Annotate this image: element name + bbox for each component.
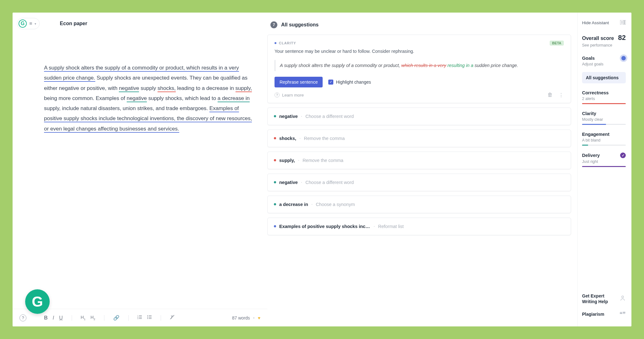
editor-toolbar: ? B I U H1 H2 🔗 123 T: [13, 309, 267, 326]
assistant-column: Hide Assistant Overall score 82 See perf…: [577, 13, 631, 326]
suggestion-hint: Choose a different word: [305, 114, 354, 119]
toolbar-separator: [161, 315, 161, 321]
dim-engagement[interactable]: Engagement: [582, 132, 626, 137]
dim-correctness[interactable]: Correctness: [582, 90, 626, 95]
app-window: G ≡ ▾ Econ paper A supply shock alters t…: [13, 13, 631, 326]
hide-assistant-button[interactable]: Hide Assistant: [582, 20, 609, 25]
score-value: 82: [618, 34, 626, 42]
grammarly-logo-icon: G: [19, 19, 27, 28]
suggestion-hint: Reformat list: [378, 224, 403, 229]
toolbar-separator: [104, 315, 104, 321]
editor-column: G ≡ ▾ Econ paper A supply shock alters t…: [13, 13, 267, 326]
category-dot-icon: [274, 181, 276, 183]
underline-button[interactable]: U: [59, 315, 63, 321]
category-dot-icon: [274, 225, 276, 227]
editor-text: supply shocks, which lead to: [147, 95, 218, 101]
editor-text: supply, include natural disasters, union…: [44, 105, 209, 111]
suggestion-term: supply,: [279, 158, 295, 163]
see-performance-link[interactable]: See performance: [582, 43, 626, 47]
svg-rect-18: [625, 20, 626, 25]
removed-text: which results in a very: [401, 63, 446, 68]
svg-point-9: [147, 315, 148, 316]
chevron-down-icon: ▾: [35, 22, 36, 25]
suggestion-term: negative: [279, 114, 298, 119]
engagement-bar: [582, 145, 588, 146]
suggestion-hint: Choose a synonym: [316, 202, 355, 207]
suggestions-title: All suggestions: [281, 22, 319, 28]
grammarly-fab[interactable]: G: [25, 289, 50, 314]
editor-text: being more common. Examples of: [44, 95, 127, 101]
h2-button[interactable]: H2: [91, 315, 95, 321]
suggestion-term: Examples of positive supply shocks inclu…: [279, 224, 370, 229]
suggestion-card-expanded[interactable]: CLARITY BETA Your sentence may be unclea…: [267, 35, 571, 103]
svg-point-11: [147, 318, 148, 319]
category-dot-icon: [274, 159, 276, 161]
suggestions-column: 7 All suggestions CLARITY BETA Your sent…: [267, 13, 577, 326]
suggestion-card[interactable]: supply, · Remove the comma: [267, 152, 571, 169]
plagiarism-link[interactable]: Plagiarism ❝❞: [582, 308, 626, 321]
word-highlight-shocks[interactable]: shocks,: [158, 85, 176, 92]
trash-icon[interactable]: 🗑: [547, 92, 553, 98]
link-button[interactable]: 🔗: [113, 315, 119, 321]
goals-section[interactable]: Goals: [582, 56, 626, 61]
category-dot-icon: [274, 137, 276, 139]
suggestion-card[interactable]: a decrease in · Choose a synonym: [267, 196, 571, 213]
italic-button[interactable]: I: [53, 315, 54, 321]
clear-formatting-button[interactable]: T: [170, 315, 175, 321]
editor-header: G ≡ ▾ Econ paper: [13, 13, 267, 35]
correctness-bar: [582, 103, 626, 104]
suggestions-count-badge: 7: [270, 21, 277, 28]
editor-text: supply: [139, 85, 158, 91]
suggestion-hint: Remove the comma: [304, 136, 345, 141]
menu-icon: ≡: [29, 21, 32, 26]
bold-button[interactable]: B: [44, 315, 48, 321]
checkbox-checked-icon: ✓: [328, 80, 333, 85]
svg-text:T: T: [170, 315, 173, 320]
h1-button[interactable]: H1: [81, 315, 86, 321]
editor-text: leading to a decrease in: [176, 85, 236, 91]
more-icon[interactable]: ⋮: [558, 92, 564, 98]
suggestion-card[interactable]: negative · Choose a different word: [267, 108, 571, 125]
toolbar-separator: [128, 315, 129, 321]
question-icon: ?: [275, 92, 280, 97]
collapse-icon[interactable]: [620, 20, 626, 25]
suggestion-term: a decrease in: [279, 202, 308, 207]
suggestion-description: Your sentence may be unclear or hard to …: [275, 48, 564, 55]
category-dot-icon: [274, 115, 276, 117]
svg-point-19: [622, 296, 624, 298]
all-suggestions-filter[interactable]: All suggestions: [582, 72, 626, 83]
numbered-list-button[interactable]: 123: [137, 315, 142, 321]
heart-icon[interactable]: ♥: [258, 315, 260, 320]
overall-score[interactable]: Overall score 82: [582, 34, 626, 42]
word-highlight-negative[interactable]: negative: [127, 95, 147, 102]
rephrase-button[interactable]: Rephrase sentence: [275, 77, 323, 87]
check-icon: ✓: [620, 153, 626, 158]
suggestion-card[interactable]: shocks, · Remove the comma: [267, 130, 571, 147]
bullet-list-button[interactable]: [147, 315, 152, 321]
suggestion-category-label: CLARITY: [275, 41, 296, 45]
editor-textarea[interactable]: A supply shock alters the supply of a co…: [13, 35, 267, 326]
word-highlight-decrease[interactable]: a decrease in: [218, 95, 250, 102]
learn-more-link[interactable]: ? Learn more: [275, 92, 304, 97]
document-title[interactable]: Econ paper: [60, 21, 87, 26]
goals-pulse-icon: [621, 56, 626, 60]
suggestion-card[interactable]: negative · Choose a different word: [267, 174, 571, 191]
adjust-goals-link[interactable]: Adjust goals: [582, 62, 626, 66]
logo-menu-pill[interactable]: G ≡ ▾: [17, 18, 40, 29]
word-highlight-negative[interactable]: negative: [119, 85, 139, 92]
category-dot-icon: [275, 42, 276, 44]
help-icon[interactable]: ?: [19, 314, 26, 321]
suggestion-hint: Remove the comma: [303, 158, 343, 163]
suggestion-card[interactable]: Examples of positive supply shocks inclu…: [267, 218, 571, 235]
suggestion-hint: Choose a different word: [305, 180, 354, 185]
dim-clarity[interactable]: Clarity: [582, 111, 626, 116]
person-icon: [619, 295, 626, 303]
suggestion-quote: A supply shock alters the supply of a co…: [275, 60, 564, 71]
word-highlight-supply[interactable]: supply,: [236, 85, 252, 92]
category-dot-icon: [274, 203, 276, 205]
beta-badge: BETA: [550, 41, 564, 46]
dim-delivery[interactable]: Delivery ✓: [582, 153, 626, 158]
expert-help-link[interactable]: Get ExpertWriting Help: [582, 290, 626, 308]
word-count[interactable]: 87 words: [232, 315, 250, 320]
highlight-changes-toggle[interactable]: ✓ Highlight changes: [328, 80, 371, 85]
